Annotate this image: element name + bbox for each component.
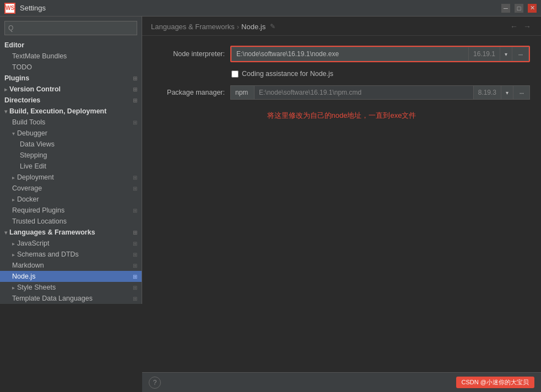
sidebar-item-stepping[interactable]: Stepping [0,150,142,161]
breadcrumb-current: Node.js [241,23,266,31]
window-controls: ─ □ ✕ [501,4,537,13]
content-header: Languages & Frameworks › Node.js ✎ ← → [142,17,541,36]
sync-icon: ⊞ [133,119,137,126]
sidebar-item-directories[interactable]: Directories ⊞ [0,95,142,106]
sync-icon: ⊞ [133,175,137,181]
sync-icon: ⊞ [133,285,137,291]
sync-icon: ⊞ [133,186,137,192]
sync-icon: ⊞ [133,86,137,92]
sync-icon: ⊞ [133,241,137,247]
expand-icon: ▸ [12,285,15,291]
sidebar-item-plugins[interactable]: Plugins ⊞ [0,73,142,84]
package-manager-path-input[interactable]: E:\node\software\16.19.1\npm.cmd [255,85,474,100]
back-button[interactable]: ← [509,22,519,31]
sidebar-item-build-tools[interactable]: Build Tools ⊞ [0,117,142,128]
content-panel: Languages & Frameworks › Node.js ✎ ← → N… [142,17,541,392]
sidebar-item-textmate-bundles[interactable]: TextMate Bundles [0,51,142,62]
sync-icon: ⊞ [133,208,137,214]
expand-icon: ▸ [12,241,15,247]
window-title: Settings [20,4,501,12]
sync-icon: ⊞ [133,75,137,81]
bottom-bar: ? CSDN @小迷你的大宝贝 [142,372,541,392]
sidebar-item-todo[interactable]: TODO [0,62,142,73]
sidebar-item-required-plugins[interactable]: Required Plugins ⊞ [0,205,142,216]
expand-icon: ▾ [4,108,7,115]
nav-arrows: ← → [509,22,532,31]
breadcrumb: Languages & Frameworks › Node.js ✎ [151,23,275,31]
annotation-text: 将这里修改为自己的node地址，一直到exe文件 [153,111,530,121]
sidebar: Q Editor TextMate Bundles TODO Plugins ⊞ [0,17,142,304]
coding-assistance-row: Coding assistance for Node.js [153,70,530,78]
package-manager-control: npm E:\node\software\16.19.1\npm.cmd 8.1… [230,85,530,100]
expand-icon: ▾ [4,230,7,236]
search-input-wrapper[interactable]: Q [4,21,137,35]
node-interpreter-input[interactable]: E:\node\software\16.19.1\node.exe [231,47,469,61]
sync-icon: ⊞ [133,274,137,280]
app-logo: WS [4,3,15,14]
sidebar-item-data-views[interactable]: Data Views [0,139,142,150]
sidebar-item-build-exec-deploy[interactable]: ▾ Build, Execution, Deployment [0,106,142,117]
main-layout: Q Editor TextMate Bundles TODO Plugins ⊞ [0,17,541,392]
coding-assistance-label: Coding assistance for Node.js [242,70,333,78]
package-manager-name-input[interactable]: npm [230,85,255,100]
expand-icon: ▸ [12,197,15,203]
node-dropdown-button[interactable]: ▾ [500,47,512,61]
title-bar: WS Settings ─ □ ✕ [0,0,541,17]
minimize-button[interactable]: ─ [501,4,510,13]
expand-icon: ▸ [12,252,15,258]
sidebar-item-version-control[interactable]: ▸ Version Control ⊞ [0,84,142,95]
maximize-button[interactable]: □ [515,4,523,13]
sync-icon: ⊞ [133,230,137,236]
sidebar-item-markdown[interactable]: Markdown ⊞ [0,260,142,271]
breadcrumb-parent: Languages & Frameworks [151,23,235,31]
forward-button[interactable]: → [522,22,532,31]
search-bar: Q [0,17,142,40]
expand-icon: ▸ [4,86,7,92]
breadcrumb-separator: › [237,23,239,31]
package-manager-version-badge: 8.19.3 [474,85,501,100]
nav-tree: Editor TextMate Bundles TODO Plugins ⊞ ▸… [0,40,142,304]
sync-icon: ⊞ [133,252,137,258]
expand-icon: ▾ [12,130,15,137]
node-interpreter-label: Node interpreter: [153,50,225,58]
node-interpreter-control: E:\node\software\16.19.1\node.exe 16.19.… [230,46,530,62]
sidebar-item-deployment[interactable]: ▸ Deployment ⊞ [0,172,142,183]
sidebar-item-template-data-languages[interactable]: Template Data Languages ⊞ [0,293,142,304]
coding-assistance-checkbox[interactable] [231,70,239,78]
sidebar-item-nodejs[interactable]: Node.js ⊞ [0,271,142,282]
sidebar-item-languages-frameworks[interactable]: ▾ Languages & Frameworks ⊞ [0,227,142,238]
node-version-badge: 16.19.1 [469,47,500,61]
sync-icon: ⊞ [133,263,137,269]
expand-icon: ▸ [12,175,15,181]
sync-icon: ⊞ [133,97,137,104]
sidebar-item-editor[interactable]: Editor [0,40,142,51]
edit-icon: ✎ [270,23,275,30]
sidebar-item-debugger[interactable]: ▾ Debugger [0,128,142,139]
sidebar-item-javascript[interactable]: ▸ JavaScript ⊞ [0,238,142,249]
node-interpreter-row: Node interpreter: E:\node\software\16.19… [153,46,530,62]
sync-icon: ⊞ [133,296,137,302]
node-more-button[interactable]: ··· [512,47,529,61]
sidebar-item-coverage[interactable]: Coverage ⊞ [0,183,142,194]
package-manager-label: Package manager: [153,89,225,96]
sidebar-item-schemas-dtds[interactable]: ▸ Schemas and DTDs ⊞ [0,249,142,260]
sidebar-item-trusted-locations[interactable]: Trusted Locations [0,216,142,227]
package-manager-row: Package manager: npm E:\node\software\16… [153,85,530,100]
search-input[interactable] [15,24,133,32]
package-manager-more-button[interactable]: ··· [513,85,530,100]
search-icon: Q [8,24,13,32]
sidebar-item-style-sheets[interactable]: ▸ Style Sheets ⊞ [0,282,142,293]
sidebar-item-live-edit[interactable]: Live Edit [0,161,142,172]
package-manager-dropdown-button[interactable]: ▾ [501,85,513,100]
close-button[interactable]: ✕ [528,4,537,13]
content-body: Node interpreter: E:\node\software\16.19… [142,36,541,372]
help-button[interactable]: ? [149,377,161,389]
sidebar-wrapper: Q Editor TextMate Bundles TODO Plugins ⊞ [0,17,142,392]
csdn-badge: CSDN @小迷你的大宝贝 [456,377,534,388]
sidebar-item-docker[interactable]: ▸ Docker [0,194,142,205]
